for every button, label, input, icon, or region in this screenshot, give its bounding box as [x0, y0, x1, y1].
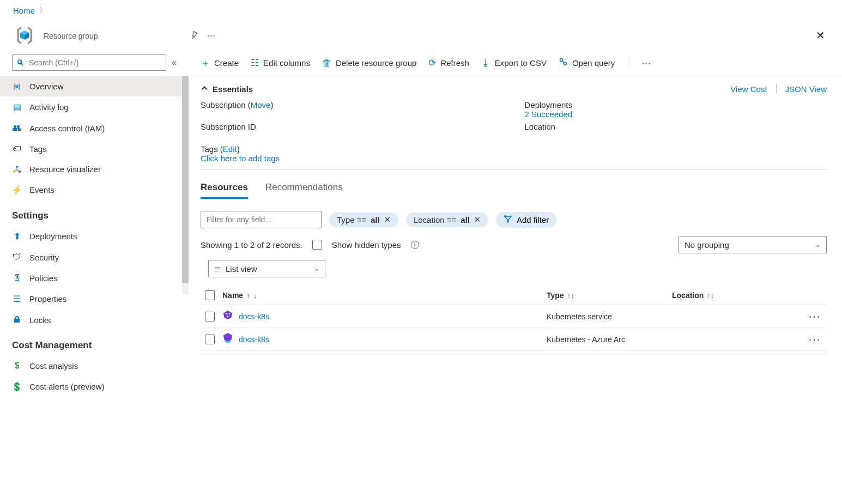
close-button[interactable]: ✕ [811, 27, 829, 44]
sidebar-search-input[interactable] [12, 54, 166, 71]
tabs: Resources Recommendations [201, 170, 827, 199]
sidebar-item-tags[interactable]: 🏷︎ Tags [0, 138, 189, 159]
create-button[interactable]: ＋ Create [201, 57, 239, 69]
resource-group-icon [13, 24, 36, 47]
remove-filter-icon[interactable]: ✕ [384, 215, 391, 224]
sidebar-item-policies[interactable]: 📄︎ Policies [0, 268, 189, 288]
tags-label: Tags (Edit) [201, 144, 827, 154]
edit-columns-button[interactable]: ☷ Edit columns [251, 57, 310, 69]
table-row[interactable]: docs-k8s Kubernetes service ··· [201, 305, 827, 328]
pin-button[interactable] [185, 27, 203, 44]
upload-icon: ⬆︎ [12, 231, 22, 241]
toolbar: ＋ Create ☷ Edit columns 🗑︎ Delete resour… [195, 51, 842, 76]
svg-point-13 [229, 313, 231, 315]
sidebar-item-label: Cost analysis [29, 361, 78, 371]
view-mode-dropdown[interactable]: ≣ List view ⌄ [208, 260, 325, 277]
sidebar-item-label: Access control (IAM) [29, 124, 105, 133]
query-icon [559, 57, 568, 69]
sidebar-item-label: Security [29, 253, 59, 262]
sidebar-item-events[interactable]: ⚡ Events [0, 179, 189, 201]
sidebar-item-resource-visualizer[interactable]: Resource visualizer [0, 159, 189, 179]
chevron-down-icon: ⌄ [815, 241, 821, 248]
resource-type: Kubernetes - Azure Arc [547, 335, 672, 344]
overview-icon [12, 82, 22, 91]
export-csv-button[interactable]: ⭳ Export to CSV [481, 58, 547, 69]
view-cost-link[interactable]: View Cost [730, 84, 767, 94]
tab-resources[interactable]: Resources [201, 182, 248, 199]
column-location[interactable]: Location↑↓ [672, 291, 803, 300]
records-text: Showing 1 to 2 of 2 records. [201, 240, 302, 250]
delete-resource-group-button[interactable]: 🗑︎ Delete resource group [322, 58, 416, 69]
visualizer-icon [12, 165, 22, 174]
sidebar-item-deployments[interactable]: ⬆︎ Deployments [0, 226, 189, 247]
kubernetes-arc-icon [222, 332, 233, 346]
sidebar-item-label: Deployments [29, 232, 77, 241]
add-filter-button[interactable]: Add filter [496, 212, 556, 228]
sidebar-item-label: Activity log [29, 102, 69, 112]
sidebar-section-cost: Cost Management [0, 330, 189, 355]
show-hidden-checkbox[interactable] [312, 240, 322, 250]
more-button[interactable]: ··· [203, 27, 220, 44]
resource-name-link[interactable]: docs-k8s [239, 312, 269, 321]
subscription-id-label: Subscription ID [201, 122, 503, 131]
sidebar-item-properties[interactable]: ☰ Properties [0, 288, 189, 309]
kubernetes-service-icon [222, 309, 233, 323]
svg-point-12 [226, 313, 227, 315]
sidebar-search[interactable]: 🔍︎ [12, 54, 166, 71]
row-more-button[interactable]: ··· [803, 310, 827, 323]
resource-name-link[interactable]: docs-k8s [239, 335, 269, 344]
collapse-sidebar-button[interactable]: « [172, 58, 177, 68]
resources-table: Name↑↓ Type↑↓ Location↑↓ [201, 284, 827, 354]
chevron-up-icon [201, 84, 208, 94]
sidebar-item-label: Policies [29, 274, 58, 283]
remove-filter-icon[interactable]: ✕ [474, 215, 481, 224]
row-more-button[interactable]: ··· [803, 333, 827, 345]
json-view-link[interactable]: JSON View [785, 84, 827, 94]
filter-pill-location[interactable]: Location == all ✕ [406, 212, 488, 227]
sidebar-item-overview[interactable]: Overview [0, 76, 189, 96]
sidebar-item-security[interactable]: 🛡︎ Security [0, 247, 189, 268]
show-hidden-label: Show hidden types [332, 240, 401, 250]
sidebar-item-cost-alerts[interactable]: 💲 Cost alerts (preview) [0, 376, 189, 397]
sidebar-item-cost-analysis[interactable]: $ Cost analysis [0, 355, 189, 376]
trash-icon: 🗑︎ [322, 58, 331, 69]
filter-input[interactable] [201, 211, 322, 228]
row-checkbox[interactable] [205, 312, 215, 321]
sidebar-item-label: Cost alerts (preview) [29, 382, 105, 391]
properties-icon: ☰ [12, 294, 22, 304]
toolbar-more-button[interactable]: ··· [641, 57, 651, 69]
tag-icon: 🏷︎ [12, 144, 22, 154]
essentials-toggle[interactable]: Essentials [201, 84, 253, 94]
column-type[interactable]: Type↑↓ [547, 291, 672, 300]
add-tags-link[interactable]: Click here to add tags [201, 154, 280, 163]
sidebar-item-activity-log[interactable]: ▤ Activity log [0, 96, 189, 118]
refresh-button[interactable]: ⟳ Refresh [428, 57, 469, 69]
grouping-dropdown[interactable]: No grouping ⌄ [679, 236, 827, 253]
svg-marker-15 [223, 333, 232, 342]
sidebar-scrollbar[interactable] [182, 76, 189, 294]
toolbar-separator [628, 57, 628, 69]
refresh-icon: ⟳ [428, 57, 436, 69]
sidebar-item-locks[interactable]: 🔒︎ Locks [0, 309, 189, 330]
select-all-checkbox[interactable] [205, 290, 215, 300]
location-label: Location [525, 122, 827, 131]
svg-marker-11 [223, 311, 232, 319]
open-query-button[interactable]: Open query [559, 57, 615, 69]
tags-edit-link[interactable]: Edit [223, 144, 237, 154]
sidebar-item-label: Tags [29, 144, 47, 154]
column-name[interactable]: Name↑↓ [222, 291, 547, 300]
list-view-icon: ≣ [214, 264, 221, 274]
deployments-value-link[interactable]: 2 Succeeded [525, 110, 573, 119]
tab-recommendations[interactable]: Recommendations [265, 182, 343, 199]
add-filter-icon [504, 215, 512, 225]
sidebar-item-iam[interactable]: 👥︎ Access control (IAM) [0, 118, 189, 138]
row-checkbox[interactable] [205, 335, 215, 344]
table-row[interactable]: docs-k8s Kubernetes - Azure Arc ··· [201, 328, 827, 351]
info-icon[interactable]: i [411, 241, 419, 249]
filter-pill-type[interactable]: Type == all ✕ [329, 212, 398, 227]
deployments-block: Deployments 2 Succeeded [525, 100, 827, 119]
people-icon: 👥︎ [12, 123, 22, 133]
sidebar-item-label: Overview [29, 82, 64, 91]
subscription-move-link[interactable]: Move [251, 100, 271, 110]
breadcrumb-home[interactable]: Home [13, 6, 35, 15]
